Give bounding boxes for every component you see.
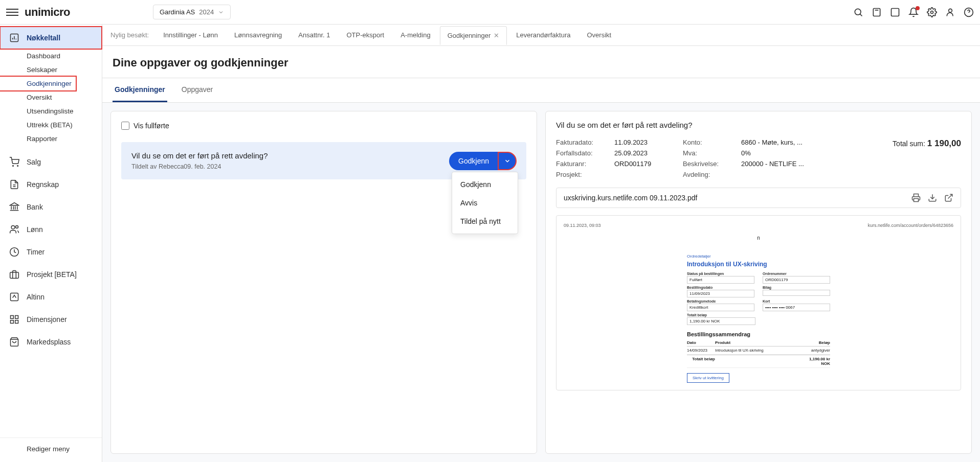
val-forfallsdato: 25.09.2023 [614, 149, 671, 157]
open-external-icon[interactable] [944, 193, 953, 202]
svg-point-17 [13, 166, 14, 167]
svg-point-9 [931, 11, 933, 13]
val-konto: 6860 - Møte, kurs, ... [741, 138, 804, 146]
svg-rect-31 [11, 293, 18, 301]
sidebar-item-dimensjoner[interactable]: Dimensjoner [0, 308, 102, 331]
svg-marker-21 [10, 203, 19, 205]
user-icon[interactable] [945, 7, 955, 17]
sidebar-sub-uttrekk[interactable]: Uttrekk (BETA) [0, 118, 102, 132]
svg-rect-33 [15, 316, 18, 319]
bag-icon [9, 337, 19, 347]
sidebar-item-timer[interactable]: Timer [0, 241, 102, 263]
add-icon[interactable] [890, 7, 900, 17]
recent-label: Nylig besøkt: [110, 31, 149, 39]
val-mva: 0% [741, 149, 804, 157]
inner-tab-godkjenninger[interactable]: Godkjenninger [113, 78, 167, 102]
settings-icon[interactable] [927, 7, 937, 17]
sidebar-item-regnskap[interactable]: Regnskap [0, 173, 102, 196]
company-selector[interactable]: Gardinia AS 2024 [153, 5, 231, 19]
inner-tab-oppgaver[interactable]: Oppgaver [180, 78, 215, 102]
svg-rect-35 [15, 320, 18, 324]
grid-icon [9, 314, 19, 325]
tab-otp[interactable]: OTP-eksport [339, 26, 391, 44]
sidebar-sub-godkjenninger[interactable]: Godkjenninger [0, 77, 102, 90]
company-name: Gardinia AS [160, 8, 195, 16]
company-year: 2024 [199, 8, 214, 16]
sidebar-sub-selskaper[interactable]: Selskaper [0, 63, 102, 77]
svg-point-27 [11, 226, 15, 229]
sidebar-item-markedsplass[interactable]: Markedsplass [0, 331, 102, 353]
svg-rect-32 [11, 316, 14, 319]
sidebar-item-prosjekt[interactable]: Prosjekt [BETA] [0, 263, 102, 286]
lbl-konto: Konto: [683, 138, 729, 146]
tab-lonnsavregning[interactable]: Lønnsavregning [227, 26, 289, 44]
tab-oversikt[interactable]: Oversikt [580, 26, 619, 44]
tab-godkjenninger[interactable]: Godkjenninger✕ [440, 26, 507, 45]
close-icon[interactable]: ✕ [494, 32, 499, 39]
approve-button[interactable]: Godkjenn [449, 152, 498, 170]
briefcase-icon [9, 269, 19, 280]
tab-leverandor[interactable]: Leverandørfaktura [509, 26, 577, 44]
sidebar-item-lonn[interactable]: Lønn [0, 218, 102, 241]
svg-point-18 [17, 166, 18, 167]
sidebar-item-bank[interactable]: Bank [0, 196, 102, 218]
task-card[interactable]: Vil du se om det er ført på rett avdelin… [121, 142, 526, 179]
svg-rect-34 [11, 320, 14, 324]
logo: unimicro [25, 6, 70, 19]
sidebar-sub-utsendingsliste[interactable]: Utsendingsliste [0, 104, 102, 118]
help-icon[interactable] [964, 7, 974, 17]
svg-line-1 [860, 14, 862, 16]
sidebar-item-altinn[interactable]: Altinn [0, 286, 102, 308]
show-completed-label[interactable]: Vis fullførte [133, 122, 169, 130]
svg-point-28 [16, 226, 18, 228]
svg-line-39 [948, 194, 952, 198]
bank-icon [9, 202, 19, 212]
menu-avvis[interactable]: Avvis [452, 194, 518, 212]
lbl-mva: Mva: [683, 149, 729, 157]
sidebar-label: Nøkkeltall [27, 34, 60, 42]
show-completed-checkbox[interactable] [121, 122, 129, 130]
hamburger-menu[interactable] [6, 6, 18, 18]
sidebar-item-salg[interactable]: Salg [0, 151, 102, 173]
val-fakturadato: 11.09.2023 [614, 138, 671, 146]
sidebar-sub-rapporter[interactable]: Rapporter [0, 132, 102, 146]
svg-point-10 [949, 9, 952, 12]
val-fakturanr: ORD001179 [614, 160, 671, 168]
val-beskrivelse: 200000 - NETLIFE ... [741, 160, 804, 168]
search-icon[interactable] [853, 7, 863, 17]
tab-amelding[interactable]: A-melding [393, 26, 438, 44]
svg-rect-2 [873, 8, 880, 16]
menu-godkjenn[interactable]: Godkjenn [452, 175, 518, 194]
notifications-icon[interactable] [908, 7, 919, 17]
page-title: Dine oppgaver og godkjenninger [102, 46, 980, 78]
tab-ansatt[interactable]: Ansattnr. 1 [291, 26, 337, 44]
lbl-avdeling: Avdeling: [683, 171, 729, 178]
sidebar-sub-dashboard[interactable]: Dashboard [0, 49, 102, 63]
approve-dropdown-button[interactable] [498, 152, 516, 170]
lbl-forfallsdato: Forfallsdato: [556, 149, 602, 157]
menu-tildel[interactable]: Tildel på nytt [452, 212, 518, 230]
print-icon[interactable] [911, 193, 921, 202]
lbl-fakturadato: Fakturadato: [556, 138, 602, 146]
total-sum: Total sum: 1 190,00 [893, 138, 961, 149]
clock-icon [9, 247, 19, 257]
altinn-icon [9, 292, 19, 302]
sidebar-item-nokkeltall[interactable]: Nøkkeltall [0, 27, 102, 49]
sidebar-edit-menu[interactable]: Rediger meny [0, 437, 102, 460]
download-icon[interactable] [928, 193, 937, 202]
calculator-icon[interactable] [872, 7, 882, 17]
task-meta: Tildelt av Rebecca09. feb. 2024 [131, 163, 268, 170]
document-icon [9, 179, 19, 190]
lbl-beskrivelse: Beskrivelse: [683, 160, 729, 168]
file-name: uxskriving.kurs.netlife.com 09.11.2023.p… [564, 194, 697, 202]
sidebar-sub-oversikt[interactable]: Oversikt [0, 90, 102, 104]
approve-dropdown-menu: Godkjenn Avvis Tildel på nytt [452, 172, 518, 234]
svg-rect-37 [914, 199, 919, 202]
detail-title: Vil du se om det er ført på rett avdelin… [556, 121, 961, 129]
task-title: Vil du se om det er ført på rett avdelin… [131, 151, 268, 160]
lbl-fakturanr: Fakturanr: [556, 160, 602, 168]
pdf-preview: 09.11.2023, 09:03kurs.netlife.com/accoun… [556, 215, 961, 390]
svg-point-0 [855, 9, 861, 15]
chart-icon [9, 33, 19, 43]
tab-innstillinger[interactable]: Innstillinger - Lønn [156, 26, 225, 44]
